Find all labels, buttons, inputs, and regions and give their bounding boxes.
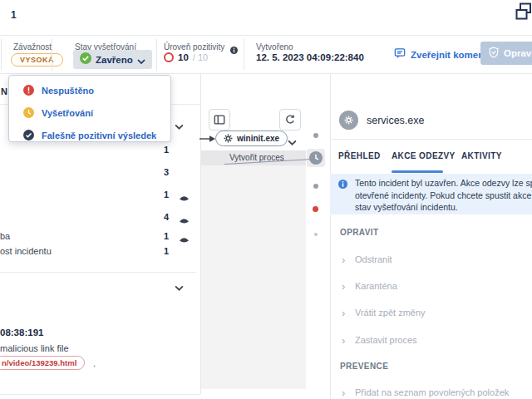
severity-label: Závažnost bbox=[13, 42, 52, 52]
field-divider bbox=[52, 39, 52, 71]
timeline-dot[interactable] bbox=[313, 133, 318, 138]
shield-icon bbox=[489, 47, 499, 60]
list-item[interactable]: 1 bbox=[0, 190, 193, 202]
incident-response-screen: 1 Závažnost VYSOKÁ Stav vyšetřování Zavř… bbox=[0, 0, 532, 399]
detail-header-divider bbox=[330, 139, 532, 140]
refresh-button[interactable] bbox=[279, 109, 301, 131]
cascade-windows-icon[interactable] bbox=[515, 2, 531, 25]
banner-text-line: Tento incident byl uzavřen. Akce odezvy … bbox=[355, 178, 532, 188]
positivity-max: / 10 bbox=[193, 52, 208, 62]
action-pridat-na-seznam-povolenych[interactable]: › Přidat na seznam povolených položek bbox=[340, 387, 532, 399]
chevron-down-icon bbox=[137, 52, 145, 67]
tab-prehled[interactable]: PŘEHLED bbox=[338, 151, 381, 160]
list-item[interactable]: 4 bbox=[0, 212, 193, 224]
chevron-right-icon: › bbox=[342, 254, 345, 266]
list-item[interactable]: 3 bbox=[0, 167, 193, 180]
detail-panel-title: services.exe bbox=[367, 115, 424, 126]
list-item[interactable]: ba 1 bbox=[0, 231, 193, 244]
investigating-icon bbox=[23, 107, 34, 120]
action-label: Přidat na seznam povolených položek bbox=[355, 387, 509, 397]
dropdown-item-label: Vyšetřování bbox=[42, 108, 93, 118]
eye-icon[interactable] bbox=[179, 191, 190, 206]
banner-text-line: otevřené incidenty. Pokud chcete spustit… bbox=[355, 190, 532, 200]
banner-text-line: stav vyšetřování incidentu. bbox=[355, 202, 458, 212]
edge-label: Vytvořit proces bbox=[229, 153, 284, 162]
dropdown-item-nespusteno[interactable]: Nespuštěno bbox=[9, 82, 170, 99]
node-chevron-down-icon[interactable] bbox=[286, 134, 298, 150]
timeline-dot-alert[interactable] bbox=[313, 206, 318, 212]
tab-akce-odezvy[interactable]: AKCE ODEZVY bbox=[392, 151, 456, 160]
remediate-button[interactable]: Opravit bbox=[480, 42, 532, 65]
positivity-value: 10 bbox=[178, 52, 189, 62]
positivity-ring-icon bbox=[164, 52, 174, 62]
row-label: ost incidentu bbox=[0, 246, 52, 256]
section-header-opravit: OPRAVIT bbox=[340, 228, 379, 237]
timeline-dot[interactable] bbox=[314, 233, 318, 236]
chevron-right-icon: › bbox=[342, 280, 345, 293]
dropdown-item-falesne-pozitivni[interactable]: Falešně pozitivní výsledek bbox=[9, 127, 170, 144]
right-panel-border bbox=[330, 73, 331, 399]
dropdown-item-vysetrovani[interactable]: Vyšetřování bbox=[9, 105, 170, 121]
left-panel-header-fragment: N bbox=[1, 86, 7, 96]
tab-aktivity[interactable]: AKTIVITY bbox=[461, 151, 502, 160]
row-count: 1 bbox=[164, 246, 169, 256]
created-value: 12. 5. 2023 04:09:22:840 bbox=[256, 52, 364, 62]
info-icon bbox=[338, 177, 347, 192]
created-label: Vytvořeno bbox=[256, 42, 293, 52]
action-vratit-zpet-zmeny[interactable]: › Vrátit zpět změny bbox=[340, 308, 532, 321]
row-count: 4 bbox=[164, 212, 169, 222]
process-graph-canvas[interactable] bbox=[201, 165, 306, 389]
not-started-icon bbox=[23, 85, 34, 97]
comment-bubble-icon bbox=[394, 47, 406, 62]
malicious-link-badge[interactable]: n/video/139239.html bbox=[0, 356, 85, 370]
left-panel-bottom-border bbox=[0, 394, 200, 395]
row-count: 1 bbox=[164, 145, 169, 155]
event-timestamp: 08:38:191 bbox=[0, 328, 43, 337]
action-label: Karanténa bbox=[355, 281, 397, 291]
collapse-section-chevron-icon[interactable] bbox=[173, 118, 185, 134]
action-zastavit-proces[interactable]: › Zastavit proces bbox=[340, 335, 532, 348]
clock-icon[interactable] bbox=[309, 151, 323, 168]
field-divider bbox=[244, 39, 244, 71]
chevron-right-icon: › bbox=[342, 334, 345, 347]
dropdown-item-label: Falešně pozitivní výsledek bbox=[42, 131, 156, 140]
incident-closed-banner: Tento incident byl uzavřen. Akce odezvy … bbox=[330, 174, 532, 214]
gear-icon bbox=[224, 131, 233, 146]
incident-count: 1 bbox=[11, 9, 17, 21]
section-header-prevence: PREVENCE bbox=[340, 362, 388, 371]
action-label: Vrátit zpět změny bbox=[355, 308, 426, 318]
chevron-right-icon: › bbox=[342, 387, 345, 399]
remediate-label: Opravit bbox=[504, 48, 532, 58]
collapse-section-chevron-icon[interactable] bbox=[173, 279, 185, 295]
info-icon[interactable] bbox=[230, 42, 238, 57]
action-karantena[interactable]: › Karanténa bbox=[340, 281, 532, 294]
investigation-status-value: Zavřeno bbox=[96, 55, 133, 65]
list-item[interactable]: 1 bbox=[0, 145, 193, 157]
investigation-status-dropdown-trigger[interactable]: Zavřeno bbox=[73, 50, 152, 69]
eye-icon[interactable] bbox=[179, 214, 190, 229]
row-count: 1 bbox=[164, 190, 169, 200]
edge-arrow-icon bbox=[200, 135, 216, 143]
timeline-dot[interactable] bbox=[313, 184, 318, 189]
false-positive-icon bbox=[23, 130, 34, 142]
action-odstranit[interactable]: › Odstranit bbox=[340, 254, 532, 268]
sentence-period: . bbox=[93, 358, 96, 368]
list-divider bbox=[0, 272, 196, 273]
chevron-right-icon: › bbox=[342, 307, 345, 319]
action-label: Zastavit proces bbox=[355, 335, 417, 345]
check-circle-icon bbox=[80, 52, 91, 67]
field-divider bbox=[156, 39, 157, 71]
process-node-label: wininit.exe bbox=[237, 134, 279, 143]
row-count: 3 bbox=[164, 167, 169, 177]
toggle-side-panel-button[interactable] bbox=[209, 109, 230, 131]
process-node-wininit[interactable]: wininit.exe bbox=[215, 131, 288, 146]
investigation-status-dropdown-menu: Nespuštěno Vyšetřování Falešně pozitivní… bbox=[8, 75, 171, 142]
severity-badge: VYSOKÁ bbox=[11, 53, 63, 66]
process-type-icon bbox=[339, 111, 358, 130]
dropdown-item-label: Nespuštěno bbox=[42, 86, 94, 96]
topbar-divider bbox=[0, 35, 532, 36]
header-divider bbox=[0, 73, 532, 74]
row-label: ba bbox=[0, 231, 10, 241]
event-description: malicious link file bbox=[0, 343, 69, 353]
list-item[interactable]: ost incidentu 1 bbox=[0, 246, 193, 259]
